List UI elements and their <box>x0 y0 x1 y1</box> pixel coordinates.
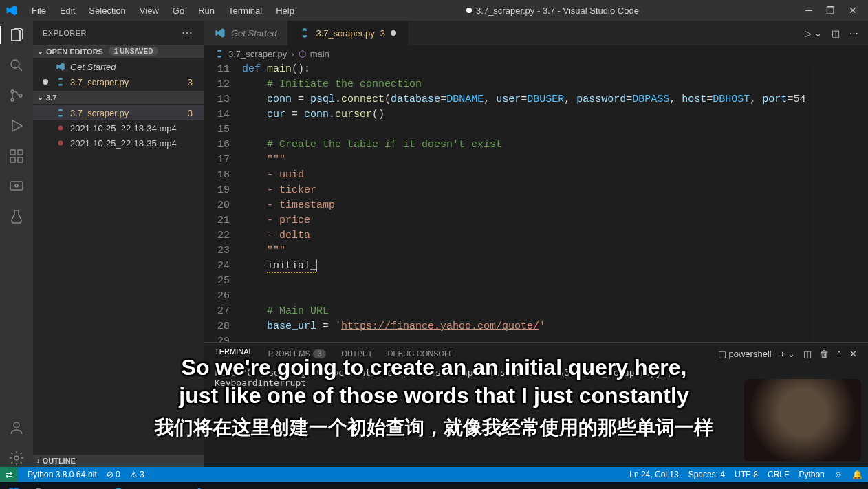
modified-dot-icon <box>466 8 472 13</box>
status-bar: ⇄ Python 3.8.0 64-bit ⊘ 0 ⚠ 3 Ln 24, Col… <box>0 467 868 482</box>
settings-gear-icon[interactable] <box>8 449 25 467</box>
svg-point-2 <box>11 98 14 101</box>
menu-file[interactable]: File <box>26 3 52 18</box>
maximize-panel-icon[interactable]: ^ <box>837 349 841 359</box>
new-terminal-icon[interactable]: + ⌄ <box>780 349 795 359</box>
menu-selection[interactable]: Selection <box>83 3 131 18</box>
sidebar-more-icon[interactable]: ⋯ <box>182 26 194 39</box>
language-mode[interactable]: Python <box>799 470 824 479</box>
chevron-right-icon: › <box>37 457 40 465</box>
svg-rect-7 <box>18 150 23 155</box>
svg-point-12 <box>58 126 63 131</box>
feedback-icon[interactable]: ☺ <box>834 470 843 479</box>
close-icon[interactable]: ✕ <box>849 5 857 16</box>
kill-terminal-icon[interactable]: 🗑 <box>820 349 829 359</box>
folder-section[interactable]: ⌄ 3.7 <box>33 91 204 104</box>
editor-area: Get Started 3.7_scraper.py 3 ▷ ⌄ ◫ ⋯ 3.7… <box>204 21 868 467</box>
encoding[interactable]: UTF-8 <box>735 470 758 479</box>
line-numbers: 11121314151617181920212223242526272829 <box>204 62 242 342</box>
menu-edit[interactable]: Edit <box>54 3 80 18</box>
bottom-panel: TERMINAL PROBLEMS3 OUTPUT DEBUG CONSOLE … <box>204 342 868 467</box>
menu-help[interactable]: Help <box>270 3 300 18</box>
tab-problems[interactable]: PROBLEMS3 <box>268 349 327 358</box>
terminal-body[interactable]: File "C:\Users\mgedw\Documents\ScrapeCla… <box>204 365 868 467</box>
open-editor-item[interactable]: Get Started <box>33 59 204 74</box>
task-view-icon[interactable]: ⊞ <box>55 483 77 489</box>
tab-terminal[interactable]: TERMINAL <box>215 347 253 360</box>
tab-output[interactable]: OUTPUT <box>341 349 372 358</box>
window-title: 3.7_scraper.py - 3.7 - Visual Studio Cod… <box>303 6 803 16</box>
shell-selector[interactable]: ▢ powershell <box>718 349 772 359</box>
notifications-icon[interactable]: 🔔 <box>852 470 862 479</box>
minimize-icon[interactable]: ─ <box>805 5 812 16</box>
vscode-taskbar-icon[interactable] <box>186 483 208 489</box>
modified-dot-icon <box>43 79 48 85</box>
source-control-icon[interactable] <box>8 87 25 105</box>
terminal-taskbar-icon[interactable]: ▪ <box>212 483 234 489</box>
tab-scraper[interactable]: 3.7_scraper.py 3 <box>288 21 408 45</box>
remote-button[interactable]: ⇄ <box>0 467 18 482</box>
symbol-method-icon: ⬡ <box>299 49 306 59</box>
modified-dot-icon <box>391 30 396 36</box>
eol[interactable]: CRLF <box>768 470 789 479</box>
search-taskbar-icon[interactable]: 🔍 <box>29 483 51 489</box>
svg-point-13 <box>58 141 63 146</box>
menu-run[interactable]: Run <box>193 3 220 18</box>
errors-count[interactable]: ⊘ 0 <box>107 470 120 479</box>
run-icon[interactable]: ▷ ⌄ <box>805 28 822 39</box>
svg-rect-6 <box>18 157 23 162</box>
sidebar: EXPLORER ⋯ ⌄ OPEN EDITORS 1 UNSAVED Get … <box>33 21 204 467</box>
svg-point-11 <box>14 456 19 460</box>
cursor-position[interactable]: Ln 24, Col 13 <box>629 470 678 479</box>
indentation[interactable]: Spaces: 4 <box>688 470 725 479</box>
outline-section[interactable]: › OUTLINE <box>33 455 204 467</box>
file-item[interactable]: 2021-10-25_22-18-34.mp4 <box>33 120 204 135</box>
open-editors-section[interactable]: ⌄ OPEN EDITORS 1 UNSAVED <box>33 45 204 58</box>
video-file-icon <box>55 138 66 149</box>
more-icon[interactable]: ⋯ <box>849 28 858 39</box>
accounts-icon[interactable] <box>8 419 25 437</box>
start-icon[interactable] <box>3 483 25 489</box>
vscode-icon <box>215 28 226 39</box>
svg-point-9 <box>15 184 18 187</box>
run-debug-icon[interactable] <box>8 117 25 135</box>
tab-get-started[interactable]: Get Started <box>204 21 288 45</box>
file-item[interactable]: 3.7_scraper.py 3 <box>33 105 204 120</box>
edge-icon[interactable]: 🌐 <box>107 483 129 489</box>
search-icon[interactable] <box>8 56 25 74</box>
split-terminal-icon[interactable]: ◫ <box>803 349 812 359</box>
testing-icon[interactable] <box>8 208 25 226</box>
svg-rect-5 <box>10 157 15 162</box>
file-explorer-icon[interactable]: 📁 <box>81 483 103 489</box>
svg-point-10 <box>14 422 19 428</box>
close-panel-icon[interactable]: ✕ <box>849 349 857 359</box>
menu-go[interactable]: Go <box>167 3 190 18</box>
python-file-icon <box>215 49 224 58</box>
windows-taskbar: 🔍 ⊞ 📁 🌐 ▣ ▣ ▪ <box>0 482 868 489</box>
python-file-icon <box>55 107 66 118</box>
folder-tree: 3.7_scraper.py 3 2021-10-25_22-18-34.mp4… <box>33 104 204 152</box>
tab-debug-console[interactable]: DEBUG CONSOLE <box>388 349 454 358</box>
explorer-icon[interactable] <box>0 26 33 44</box>
chevron-down-icon: ⌄ <box>37 47 43 56</box>
breadcrumb[interactable]: 3.7_scraper.py › ⬡ main <box>204 45 868 62</box>
menu-terminal[interactable]: Terminal <box>223 3 268 18</box>
svg-rect-8 <box>10 182 23 190</box>
app-icon[interactable]: ▣ <box>133 483 155 489</box>
minimap[interactable] <box>813 62 868 342</box>
svg-point-1 <box>11 90 14 93</box>
open-editor-item[interactable]: 3.7_scraper.py 3 <box>33 74 204 89</box>
menu-view[interactable]: View <box>134 3 164 18</box>
warnings-count[interactable]: ⚠ 3 <box>130 470 144 479</box>
remote-icon[interactable] <box>8 177 25 195</box>
editor-tabs: Get Started 3.7_scraper.py 3 ▷ ⌄ ◫ ⋯ <box>204 21 868 45</box>
code-content[interactable]: def main(): # Initiate the connection co… <box>242 62 868 342</box>
maximize-icon[interactable]: ❐ <box>826 5 835 16</box>
app-icon[interactable]: ▣ <box>160 483 182 489</box>
extensions-icon[interactable] <box>8 147 25 165</box>
file-item[interactable]: 2021-10-25_22-18-35.mp4 <box>33 135 204 151</box>
code-editor[interactable]: 11121314151617181920212223242526272829 d… <box>204 62 868 342</box>
split-editor-icon[interactable]: ◫ <box>832 28 840 39</box>
vscode-logo-icon <box>6 4 18 17</box>
python-version[interactable]: Python 3.8.0 64-bit <box>28 470 97 479</box>
